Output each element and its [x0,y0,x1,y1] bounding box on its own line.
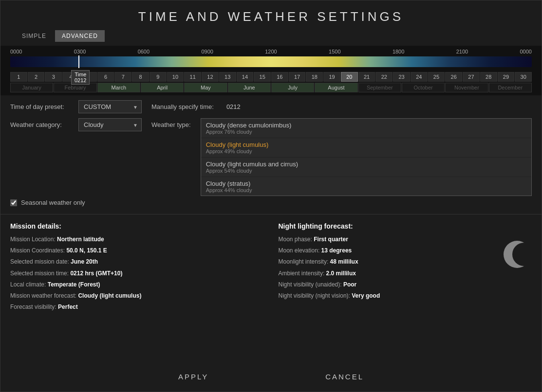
day-cell-1[interactable]: 1 [10,72,27,82]
moon-graphic [503,240,532,269]
day-cell-16[interactable]: 16 [271,72,288,82]
moonlight-line: Moonlight intensity: 48 millilux [279,257,493,267]
day-cell-15[interactable]: 15 [254,72,271,82]
weather-type-sub-2: Approx 54% cloudy [206,168,526,176]
time-label-0000-start: 0000 [10,49,22,54]
day-cell-24[interactable]: 24 [411,72,428,82]
time-tooltip: Time 0212 [71,70,90,85]
weather-row: Weather category: Cloudy Clear Overcast … [10,118,532,196]
time-label-2100: 2100 [456,49,468,54]
day-cell-8[interactable]: 8 [132,72,149,82]
time-label-0000-end: 0000 [520,49,532,54]
mission-col-left: Mission details: Mission Location: North… [10,222,264,359]
moon-elevation-line: Moon elevation: 13 degrees [279,246,493,255]
month-cell-september[interactable]: September [358,83,401,92]
month-cell-july[interactable]: July [271,83,314,92]
weather-type-item-2[interactable]: Cloudy (light cumulus and cirrus)Approx … [201,158,531,177]
time-handle[interactable] [78,55,79,68]
apply-button[interactable]: APPLY [168,371,218,383]
day-cell-19[interactable]: 19 [323,72,340,82]
weather-category-label: Weather category: [10,118,69,128]
page-title: TIME AND WEATHER SETTINGS [0,0,542,30]
day-cell-6[interactable]: 6 [97,72,114,82]
day-cell-10[interactable]: 10 [167,72,184,82]
month-cell-may[interactable]: May [184,83,227,92]
day-cell-13[interactable]: 13 [219,72,236,82]
weather-type-name-0: Cloudy (dense cumulonimbus) [206,122,526,129]
month-cell-october[interactable]: October [402,83,445,92]
month-cell-november[interactable]: November [445,83,488,92]
day-cell-3[interactable]: 3 [45,72,62,82]
manual-time-value: 0212 [226,103,241,110]
moon-area: Moon phase: First quarter Moon elevation… [279,235,532,303]
mission-section: Mission details: Mission Location: North… [0,214,542,364]
bottom-buttons: APPLY CANCEL [0,364,542,392]
weather-type-name-3: Cloudy (stratus) [206,180,526,187]
day-cell-2[interactable]: 2 [28,72,45,82]
tab-simple[interactable]: SIMPLE [15,30,53,42]
settings-section: Time of day preset: CUSTOM DAWN NOON DUS… [0,95,542,214]
day-cell-30[interactable]: 30 [515,72,532,82]
weather-type-item-0[interactable]: Cloudy (dense cumulonimbus)Approx 76% cl… [201,119,531,138]
month-cell-december[interactable]: December [489,83,532,92]
main-container: TIME AND WEATHER SETTINGS SIMPLE ADVANCE… [0,0,542,392]
month-cell-june[interactable]: June [228,83,271,92]
day-cell-20[interactable]: 20 [341,72,358,82]
weather-type-label: Weather type: [151,118,191,128]
weather-type-sub-0: Approx 76% cloudy [206,129,526,137]
seasonal-checkbox-row: Seasonal weather only [10,196,532,209]
weather-category-select[interactable]: Cloudy Clear Overcast Fog Rain Snow [78,118,142,131]
time-of-day-label: Time of day preset: [10,103,69,110]
time-label-1800: 1800 [392,49,404,54]
day-cell-26[interactable]: 26 [445,72,462,82]
time-of-day-dropdown-wrapper: CUSTOM DAWN NOON DUSK MIDNIGHT ▼ [78,100,142,113]
day-cell-28[interactable]: 28 [480,72,497,82]
time-labels: 0000 0300 0600 0900 1200 1500 1800 2100 … [10,49,532,54]
mission-coords-line: Mission Coordinates: 50.0 N, 150.1 E [10,246,264,255]
mission-visibility-line: Forecast visibility: Perfect [10,303,264,312]
day-cell-7[interactable]: 7 [114,72,131,82]
vis-nv-line: Night visibility (night vision): Very go… [279,291,493,301]
time-of-day-select[interactable]: CUSTOM DAWN NOON DUSK MIDNIGHT [78,100,142,113]
day-cell-18[interactable]: 18 [306,72,323,82]
weather-type-list[interactable]: Cloudy (dense cumulonimbus)Approx 76% cl… [201,118,532,196]
day-cell-17[interactable]: 17 [289,72,306,82]
moon-info: Moon phase: First quarter Moon elevation… [279,235,493,303]
day-cell-29[interactable]: 29 [498,72,515,82]
month-cell-march[interactable]: March [97,83,140,92]
month-cell-january[interactable]: January [10,83,53,92]
tooltip-line2: 0212 [75,77,86,83]
moon-phase-line: Moon phase: First quarter [279,235,493,244]
time-gradient-bar[interactable]: Time 0212 [10,56,532,67]
cancel-button[interactable]: CANCEL [316,371,374,383]
month-cell-august[interactable]: August [315,83,357,92]
mission-forecast-line: Mission weather forecast: Cloudy (light … [10,291,264,301]
time-label-0900: 0900 [201,49,213,54]
mission-details-title: Mission details: [10,222,264,230]
seasonal-label: Seasonal weather only [21,199,85,206]
weather-type-item-1[interactable]: Cloudy (light cumulus)Approx 49% cloudy [201,138,531,158]
weather-type-item-3[interactable]: Cloudy (stratus)Approx 44% cloudy [201,177,531,196]
day-cell-21[interactable]: 21 [358,72,375,82]
weather-type-name-1: Cloudy (light cumulus) [206,141,526,148]
day-cell-27[interactable]: 27 [463,72,480,82]
weather-type-sub-3: Approx 44% cloudy [206,187,526,195]
time-label-0300: 0300 [74,49,86,54]
tooltip-line1: Time [75,71,86,77]
weather-type-name-2: Cloudy (light cumulus and cirrus) [206,160,526,168]
time-preset-row: Time of day preset: CUSTOM DAWN NOON DUS… [10,100,532,113]
tab-advanced[interactable]: ADVANCED [55,30,105,42]
mission-climate-line: Local climate: Temperate (Forest) [10,280,264,289]
mission-time-line: Selected mission time: 0212 hrs (GMT+10) [10,269,264,278]
mission-location-line: Mission Location: Northern latitude [10,235,264,244]
day-cell-25[interactable]: 25 [428,72,445,82]
day-cell-9[interactable]: 9 [150,72,167,82]
day-cell-14[interactable]: 14 [237,72,254,82]
day-cell-22[interactable]: 22 [375,72,392,82]
day-cell-12[interactable]: 12 [202,72,219,82]
day-cell-11[interactable]: 11 [184,72,201,82]
seasonal-checkbox[interactable] [10,199,17,206]
month-cell-april[interactable]: April [141,83,184,92]
day-cell-23[interactable]: 23 [393,72,410,82]
time-label-1500: 1500 [329,49,340,54]
